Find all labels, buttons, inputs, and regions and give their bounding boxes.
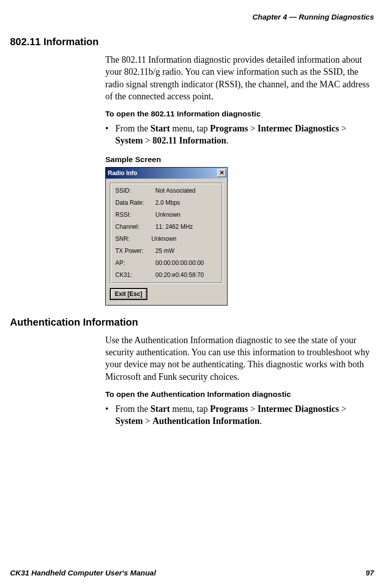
step-1-text: From the Start menu, tap Programs > Inte… — [115, 122, 374, 147]
section-title-80211: 802.11 Information — [10, 36, 374, 48]
text: > — [248, 404, 258, 414]
label: TX Power: — [115, 247, 155, 254]
close-icon: ✕ — [220, 170, 224, 176]
text: menu, tap — [170, 404, 210, 414]
text: > — [339, 404, 346, 414]
label: Channel: — [115, 223, 155, 230]
label: SSID: — [115, 187, 155, 194]
text: . — [226, 135, 229, 145]
step-2: • From the Start menu, tap Programs > In… — [105, 403, 374, 427]
value: 00:20:e0:40:58:70 — [155, 271, 204, 278]
text: From the — [115, 404, 150, 414]
exit-button[interactable]: Exit [Esc] — [110, 288, 147, 300]
sample-screen-heading: Sample Screen — [105, 155, 374, 164]
bold: Intermec Diagnostics — [258, 404, 339, 414]
bold: Programs — [210, 123, 248, 133]
titlebar: Radio Info ✕ — [106, 168, 227, 179]
bullet-icon: • — [105, 122, 115, 147]
label: SNR: — [115, 235, 151, 242]
value: 11: 2462 MHz — [155, 223, 193, 230]
row-ck31: CK31:00:20:e0:40:58:70 — [115, 271, 218, 278]
window-title: Radio Info — [108, 170, 137, 177]
value: Not Associated — [155, 187, 196, 194]
value: 2.0 Mbps — [155, 199, 180, 206]
bullet-icon: • — [105, 403, 115, 427]
howto-heading-1: To open the 802.11 Information diagnosti… — [105, 109, 374, 118]
text: From the — [115, 123, 150, 133]
howto-heading-2: To open the Authentication Information d… — [105, 390, 374, 399]
close-button[interactable]: ✕ — [217, 169, 226, 177]
bold: Start — [150, 404, 170, 414]
step-1: • From the Start menu, tap Programs > In… — [105, 122, 374, 147]
value: Unknown — [151, 235, 176, 242]
footer-page-number: 97 — [365, 568, 374, 577]
bold: 802.11 Information — [152, 135, 226, 145]
row-txpower: TX Power:25 mW — [115, 247, 218, 254]
page-header: Chapter 4 — Running Diagnostics — [10, 13, 374, 21]
value: 00:00:00:00:00:00 — [155, 259, 204, 266]
bold: System — [115, 416, 143, 426]
button-bar: Exit [Esc] — [106, 288, 227, 305]
page-footer: CK31 Handheld Computer User's Manual 97 — [10, 568, 374, 577]
text: menu, tap — [170, 123, 210, 133]
footer-manual-title: CK31 Handheld Computer User's Manual — [10, 568, 156, 577]
text: > — [339, 123, 346, 133]
row-ssid: SSID:Not Associated — [115, 187, 218, 194]
label: AP: — [115, 259, 155, 266]
info-panel-inner: SSID:Not Associated Data Rate:2.0 Mbps R… — [111, 184, 222, 283]
text: > — [248, 123, 258, 133]
label: CK31: — [115, 271, 155, 278]
text: > — [143, 135, 152, 145]
bold: Programs — [210, 404, 248, 414]
step-2-text: From the Start menu, tap Programs > Inte… — [115, 403, 374, 427]
info-panel: SSID:Not Associated Data Rate:2.0 Mbps R… — [110, 183, 223, 284]
section1-paragraph: The 802.11 Information diagnostic provid… — [105, 54, 374, 102]
bold: Start — [150, 123, 170, 133]
text: > — [143, 416, 152, 426]
text: . — [260, 416, 262, 426]
section2-paragraph: Use the Authentication Information diagn… — [105, 334, 374, 383]
bold: Authentication Information — [152, 416, 260, 426]
label: Data Rate: — [115, 199, 155, 206]
row-channel: Channel:11: 2462 MHz — [115, 223, 218, 230]
label: RSSI: — [115, 211, 155, 218]
row-rssi: RSSI:Unknown — [115, 211, 218, 218]
row-ap: AP:00:00:00:00:00:00 — [115, 259, 218, 266]
row-snr: SNR:Unknown — [115, 235, 218, 242]
bold: System — [115, 135, 143, 145]
section-title-auth: Authentication Information — [10, 317, 374, 328]
radio-info-window: Radio Info ✕ SSID:Not Associated Data Ra… — [105, 167, 228, 306]
row-datarate: Data Rate:2.0 Mbps — [115, 199, 218, 206]
value: Unknown — [155, 211, 180, 218]
exit-button-label: Exit [Esc] — [111, 289, 146, 299]
value: 25 mW — [155, 247, 174, 254]
bold: Intermec Diagnostics — [258, 123, 339, 133]
